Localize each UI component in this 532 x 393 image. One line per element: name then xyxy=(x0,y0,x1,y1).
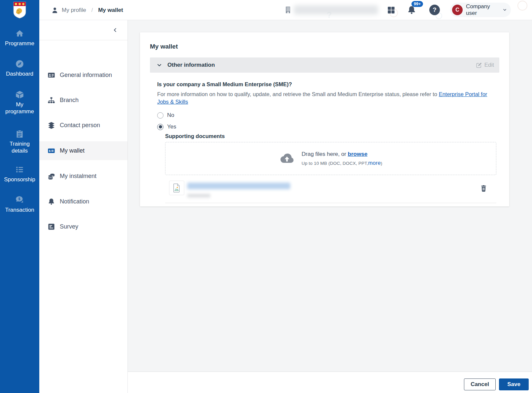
menu-item-label: My instalment xyxy=(60,173,96,180)
home-icon xyxy=(15,29,24,38)
app-logo[interactable] xyxy=(0,1,39,19)
menu-item-branch[interactable]: Branch xyxy=(39,91,127,110)
more-formats-link[interactable]: more xyxy=(368,160,381,166)
clipboard-icon xyxy=(15,129,24,138)
supporting-documents-label: Supporting documents xyxy=(165,133,499,139)
bell-icon xyxy=(48,198,55,205)
content-area: My wallet Other information Edit Is your… xyxy=(128,20,532,372)
sidebar-item-my-programme[interactable]: My programme xyxy=(0,90,39,115)
dropzone-inner: Drag files here, or browse Up to 10 MB (… xyxy=(279,151,382,166)
crest-logo-icon xyxy=(13,1,26,19)
drag-files-text: Drag files here, or xyxy=(301,151,348,157)
other-information-body: Is your company a Small Medium Enterpris… xyxy=(150,81,499,203)
apps-grid-button[interactable] xyxy=(387,6,396,15)
list-icon xyxy=(15,165,24,174)
menu-item-contact-person[interactable]: Contact person xyxy=(39,116,127,135)
sidebar-collapse-button[interactable] xyxy=(39,20,127,40)
building-icon xyxy=(284,6,292,14)
menu-item-label: Survey xyxy=(60,223,78,230)
save-button[interactable]: Save xyxy=(499,378,529,390)
chevron-left-icon xyxy=(112,27,118,33)
coins-icon xyxy=(48,172,55,180)
doodle-ring xyxy=(517,1,527,11)
cloud-upload-icon xyxy=(279,152,295,165)
chevron-down-icon xyxy=(503,8,507,12)
top-header: ? ? My profile / My wallet 99+ ? C Compa… xyxy=(39,0,532,20)
upload-limit-text: Up to 10 MB (DOC, DOCX, PPT, xyxy=(301,161,368,166)
radio-no-control[interactable] xyxy=(157,112,163,119)
browse-link[interactable]: browse xyxy=(348,151,368,157)
id-card-icon xyxy=(48,71,55,79)
cancel-button[interactable]: Cancel xyxy=(464,378,496,390)
edit-button-label: Edit xyxy=(484,62,494,68)
section-title: Other information xyxy=(167,62,215,68)
sidebar-item-label: Training details xyxy=(1,140,38,154)
survey-icon xyxy=(48,223,55,231)
menu-item-my-instalment[interactable]: My instalment xyxy=(39,167,127,186)
layers-icon xyxy=(48,122,55,129)
other-information-section-header: Other information Edit xyxy=(150,57,499,73)
drag-files-line: Drag files here, or browse xyxy=(301,151,382,158)
money-check-icon xyxy=(48,147,55,155)
user-name: Company user xyxy=(466,3,500,17)
file-dropzone[interactable]: Drag files here, or browse Up to 10 MB (… xyxy=(165,142,496,175)
menu-item-notification[interactable]: Notification xyxy=(39,192,127,211)
breadcrumb-separator: / xyxy=(91,7,93,13)
radio-option-yes[interactable]: Yes xyxy=(157,124,499,130)
my-wallet-card: My wallet Other information Edit Is your… xyxy=(140,32,509,206)
chat-dollar-icon xyxy=(15,196,24,204)
edit-pencil-icon xyxy=(476,62,482,68)
avatar: C xyxy=(452,5,463,15)
menu-item-survey[interactable]: Survey xyxy=(39,217,127,236)
breadcrumb: My profile / My wallet xyxy=(51,0,123,20)
trash-icon xyxy=(480,185,487,192)
sidebar-item-programme[interactable]: Programme xyxy=(0,29,39,47)
redacted-file-name-link[interactable] xyxy=(187,183,290,189)
redacted-company-name xyxy=(294,5,378,15)
cube-icon xyxy=(15,90,24,99)
grid-icon xyxy=(387,6,396,15)
menu-item-label: Branch xyxy=(60,97,79,104)
file-thumbnail xyxy=(169,181,184,195)
uploaded-file-row xyxy=(165,181,496,199)
sidebar-item-label: Transaction xyxy=(5,206,34,213)
sidebar-item-label: Sponsorship xyxy=(4,176,35,183)
sidebar-item-label: Dashboard xyxy=(6,70,33,77)
sme-info-text: For more information on how to qualify, … xyxy=(157,91,439,97)
menu-item-general-information[interactable]: General information xyxy=(39,66,127,85)
upload-limit-line: Up to 10 MB (DOC, DOCX, PPT,more) xyxy=(301,160,382,166)
main-sidebar: Programme Dashboard My programme Trainin… xyxy=(0,0,39,393)
help-button[interactable]: ? xyxy=(429,5,440,15)
chevron-down-icon[interactable] xyxy=(157,62,162,68)
sme-question: Is your company a Small Medium Enterpris… xyxy=(157,81,499,88)
menu-item-label: General information xyxy=(60,72,112,79)
sidebar-item-dashboard[interactable]: Dashboard xyxy=(0,59,39,77)
sidebar-item-sponsorship[interactable]: Sponsorship xyxy=(0,165,39,183)
question-mark-icon: ? xyxy=(433,6,437,14)
sidebar-item-label: Programme xyxy=(5,40,34,47)
image-file-icon xyxy=(172,183,181,193)
radio-yes-control[interactable] xyxy=(157,124,163,130)
sidebar-item-training-details[interactable]: Training details xyxy=(0,129,39,154)
action-footer: Cancel Save xyxy=(128,372,532,393)
menu-item-my-wallet[interactable]: My wallet xyxy=(39,141,127,160)
radio-option-no[interactable]: No xyxy=(157,112,499,119)
notification-badge: 99+ xyxy=(411,1,423,7)
compass-icon xyxy=(15,59,24,68)
breadcrumb-my-profile[interactable]: My profile xyxy=(62,7,86,14)
sitemap-icon xyxy=(48,96,55,104)
sidebar-item-transaction[interactable]: Transaction xyxy=(0,196,39,213)
page-title: My wallet xyxy=(150,32,499,50)
edit-button[interactable]: Edit xyxy=(476,62,494,68)
menu-item-label: Contact person xyxy=(60,122,100,129)
user-menu[interactable]: C Company user xyxy=(450,3,511,17)
menu-item-label: My wallet xyxy=(60,147,85,154)
profile-sidebar: General information Branch Contact perso… xyxy=(39,20,128,393)
file-list-divider xyxy=(165,203,496,203)
person-icon xyxy=(51,7,58,14)
breadcrumb-my-wallet: My wallet xyxy=(98,7,123,14)
redacted-file-size xyxy=(187,194,210,197)
upload-limit-suffix: ) xyxy=(381,161,382,166)
sidebar-item-label: My programme xyxy=(1,101,38,115)
delete-file-button[interactable] xyxy=(480,185,487,192)
